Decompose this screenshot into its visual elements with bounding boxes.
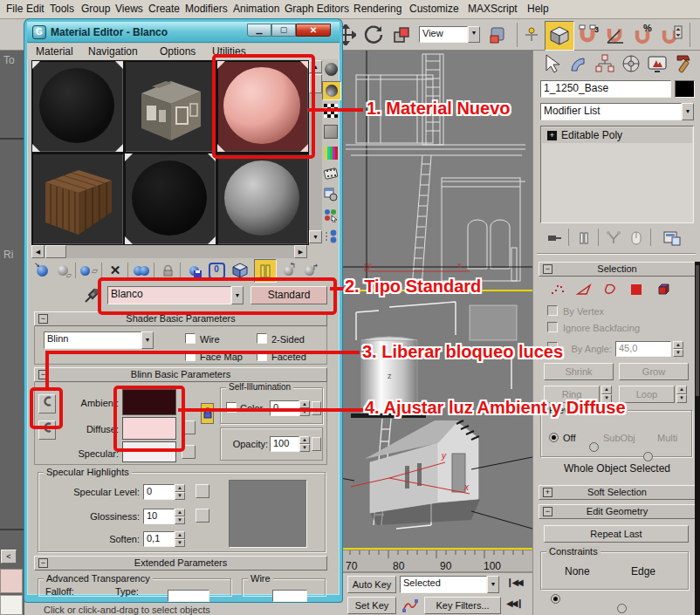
wire-size-field[interactable] xyxy=(272,590,307,602)
subobject-element-button[interactable] xyxy=(652,281,673,298)
collapse-icon[interactable]: − xyxy=(543,507,552,516)
by-angle-spinner[interactable]: ▲▼ xyxy=(673,341,683,357)
opacity-map-button[interactable] xyxy=(312,437,321,451)
set-key-button[interactable]: Set Key xyxy=(347,597,396,614)
track-bar[interactable]: 70 80 90 100 xyxy=(339,550,534,572)
pin-stack-button[interactable] xyxy=(544,229,565,248)
maximize-button[interactable]: ▢ xyxy=(271,24,296,37)
scrollbar-thumb[interactable] xyxy=(696,265,699,396)
stack-row-editable-poly[interactable]: + Editable Poly xyxy=(542,127,692,143)
select-and-scale-button[interactable] xyxy=(389,23,414,47)
menu-navigation[interactable]: Navigation xyxy=(88,45,138,58)
menu-create[interactable]: Create xyxy=(145,3,183,15)
reference-coordinate-system-select[interactable]: View xyxy=(419,26,468,43)
viewport-perspective-active[interactable]: z y x xyxy=(339,290,534,550)
object-name-field[interactable]: 1_1250_Base xyxy=(540,80,671,98)
two-sided-checkbox[interactable] xyxy=(257,333,267,344)
key-filters-button[interactable]: Key Filters... xyxy=(424,597,501,614)
angle-snap-toggle-button[interactable] xyxy=(602,23,628,47)
edit-geometry-rollout-header[interactable]: − Edit Geometry xyxy=(539,504,696,519)
blinn-rollout-header[interactable]: − Blinn Basic Parameters xyxy=(34,367,327,382)
modifier-list-select[interactable]: Modifier List xyxy=(540,103,682,120)
assign-material-to-selection-button[interactable]: ▱ xyxy=(79,261,99,280)
snaps-toggle-3d-button[interactable]: 3 xyxy=(574,23,600,47)
menu-rendering[interactable]: Rendering xyxy=(350,3,405,15)
show-end-result-stack-button[interactable] xyxy=(573,229,594,248)
snaps-toggle-button[interactable] xyxy=(545,21,574,51)
scroll-thumb[interactable] xyxy=(45,245,66,258)
menu-maxscript[interactable]: MAXScript xyxy=(464,3,521,15)
shader-dropdown-arrow[interactable]: ▼ xyxy=(141,331,154,349)
menu-group[interactable]: Group xyxy=(78,3,113,15)
glossiness-map-button[interactable] xyxy=(196,509,209,523)
menu-options[interactable]: Options xyxy=(160,45,196,58)
specular-level-spinner[interactable]: ▲▼ xyxy=(175,484,185,500)
go-to-start-button[interactable]: ❙◀◀ xyxy=(506,577,532,591)
repeat-last-button[interactable]: Repeat Last xyxy=(544,525,689,543)
material-slot-4[interactable] xyxy=(31,153,124,245)
lock-colors-button[interactable] xyxy=(201,403,214,424)
shader-select[interactable]: Blinn xyxy=(44,331,141,349)
sample-type-button[interactable] xyxy=(322,60,340,78)
extended-rollout-header[interactable]: − Extended Parameters xyxy=(34,556,327,571)
menu-edit[interactable]: Edit xyxy=(23,3,48,15)
shrink-button[interactable]: Shrink xyxy=(544,363,614,380)
scroll-left-button[interactable]: ◀ xyxy=(31,245,45,258)
tab-create[interactable] xyxy=(540,52,565,75)
tab-hierarchy[interactable] xyxy=(593,52,617,75)
material-slot-5[interactable] xyxy=(124,153,216,245)
key-mode-toggle-button[interactable]: ◀◀❙ xyxy=(506,598,529,612)
preview-subobj-radio[interactable] xyxy=(589,442,599,452)
make-preview-button[interactable] xyxy=(322,165,340,182)
backlight-button[interactable] xyxy=(322,81,341,100)
select-by-material-button[interactable] xyxy=(322,207,340,224)
window-title-bar[interactable]: G Material Editor - Blanco ▁ ▢ ✕ xyxy=(27,22,340,43)
subobject-edge-button[interactable] xyxy=(573,281,594,298)
menu-views[interactable]: Views xyxy=(112,3,147,15)
wire-checkbox[interactable] xyxy=(185,333,196,344)
material-slot-1[interactable] xyxy=(31,60,124,153)
subobject-polygon-button[interactable] xyxy=(626,281,647,298)
loop-button[interactable]: Loop xyxy=(619,386,675,403)
constraint-none-radio[interactable] xyxy=(551,594,560,604)
menu-tools[interactable]: Tools xyxy=(46,3,78,15)
scroll-right-button[interactable]: ▶ xyxy=(294,245,307,258)
preview-multi-radio[interactable] xyxy=(643,452,653,461)
glossiness-field[interactable]: 10 xyxy=(143,509,175,524)
subobject-border-button[interactable] xyxy=(600,281,621,298)
material-map-navigator-button[interactable] xyxy=(322,228,340,245)
glossiness-spinner[interactable]: ▲▼ xyxy=(175,509,185,524)
menu-material[interactable]: Material xyxy=(36,45,73,58)
put-material-to-scene-button[interactable]: ▱ xyxy=(53,261,72,280)
subobject-vertex-button[interactable] xyxy=(547,281,568,298)
constraint-edge-radio[interactable] xyxy=(617,604,627,613)
reference-coordinate-system-dropdown-arrow[interactable]: ▼ xyxy=(468,26,480,43)
menu-help[interactable]: Help xyxy=(524,3,552,15)
get-material-button[interactable]: ↘ xyxy=(32,261,51,280)
collapse-icon[interactable]: − xyxy=(38,558,48,568)
maxscript-mini-listener-pink[interactable] xyxy=(0,569,23,593)
viewport-front[interactable]: y x xyxy=(339,51,534,290)
collapse-icon[interactable]: − xyxy=(38,314,48,324)
command-panel-scrollbar[interactable] xyxy=(695,262,700,615)
loop-spinner[interactable]: ▲▼ xyxy=(676,386,687,403)
transparency-field[interactable] xyxy=(168,590,209,602)
video-color-check-button[interactable] xyxy=(322,144,340,161)
tab-display[interactable] xyxy=(645,52,669,75)
scroll-down-button[interactable]: ▼ xyxy=(309,230,322,243)
close-button[interactable]: ✕ xyxy=(296,24,331,37)
by-angle-field[interactable]: 45,0 xyxy=(615,341,671,357)
soft-selection-rollout-header[interactable]: + Soft Selection xyxy=(539,485,696,500)
options-button[interactable] xyxy=(322,186,340,203)
tab-motion[interactable] xyxy=(619,52,643,75)
ignore-backfacing-checkbox[interactable] xyxy=(547,322,558,332)
maxscript-mini-listener-white[interactable] xyxy=(0,595,23,615)
collapse-icon[interactable]: − xyxy=(543,264,552,274)
use-pivot-point-center-button[interactable] xyxy=(485,23,511,47)
sample-uv-tiling-button[interactable] xyxy=(322,123,340,140)
spinner-snap-toggle-button[interactable] xyxy=(658,23,684,47)
by-vertex-checkbox[interactable] xyxy=(547,305,558,316)
expand-icon[interactable]: + xyxy=(547,131,557,140)
grow-button[interactable]: Grow xyxy=(619,363,689,380)
menu-customize[interactable]: Customize xyxy=(406,3,463,15)
